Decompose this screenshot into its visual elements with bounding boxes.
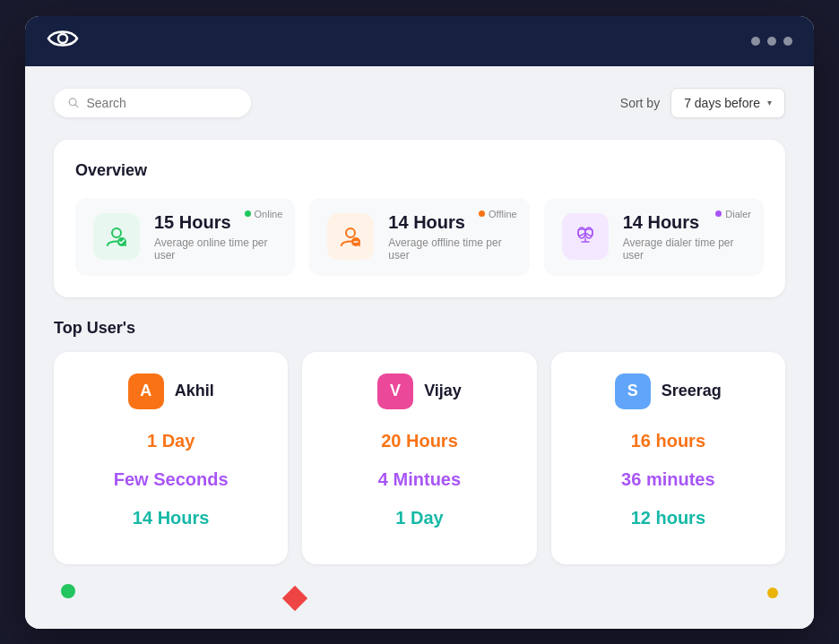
user-header-sreerag: S Sreerag bbox=[566, 374, 771, 409]
stat-desc-online: Average online time per user bbox=[154, 236, 277, 262]
titlebar bbox=[25, 16, 814, 66]
user-name-sreerag: Sreerag bbox=[662, 382, 722, 400]
user-name-vijay: Vijay bbox=[424, 382, 462, 400]
status-dot-dialer bbox=[715, 210, 722, 217]
stat-info-online: 15 Hours Average online time per user bbox=[154, 212, 277, 262]
user-header-vijay: V Vijay bbox=[316, 374, 522, 409]
stat-card-offline: 14 Hours Average offline time per user O… bbox=[309, 198, 529, 276]
user-stat1-sreerag: 16 hours bbox=[566, 431, 771, 451]
dialer-icon-wrap bbox=[562, 213, 609, 260]
decorative-diamond bbox=[282, 585, 307, 610]
overview-title: Overview bbox=[75, 161, 764, 180]
offline-icon-wrap bbox=[327, 213, 374, 260]
sort-value: 7 days before bbox=[684, 96, 760, 110]
svg-point-2 bbox=[112, 228, 121, 237]
svg-point-0 bbox=[58, 34, 67, 43]
decorative-circle-yellow bbox=[767, 588, 778, 598]
dot-1 bbox=[751, 37, 760, 46]
svg-point-4 bbox=[346, 228, 355, 237]
user-stat3-vijay: 1 Day bbox=[316, 508, 522, 528]
overview-card: Overview 15 Hours Average onlin bbox=[54, 140, 785, 297]
search-box[interactable] bbox=[54, 89, 251, 117]
stat-card-dialer: 14 Hours Average dialer time per user Di… bbox=[544, 198, 764, 276]
user-card-vijay: V Vijay 20 Hours 4 Mintues 1 Day bbox=[302, 352, 536, 564]
user-stat1-akhil: 1 Day bbox=[68, 431, 273, 451]
status-badge-online: Online bbox=[245, 209, 283, 219]
stat-info-dialer: 14 Hours Average dialer time per user bbox=[623, 212, 746, 262]
main-content: Sort by 7 days before ▾ Overview bbox=[25, 66, 814, 629]
user-card-akhil: A Akhil 1 Day Few Seconds 14 Hours bbox=[54, 352, 288, 564]
user-header-akhil: A Akhil bbox=[68, 374, 273, 409]
sort-area: Sort by 7 days before ▾ bbox=[620, 88, 785, 118]
top-users-section: Top User's A Akhil 1 Day Few Seconds 14 … bbox=[54, 319, 785, 607]
user-stat2-sreerag: 36 minutes bbox=[566, 469, 771, 490]
user-stat1-vijay: 20 Hours bbox=[316, 431, 522, 451]
user-stat3-sreerag: 12 hours bbox=[566, 508, 771, 528]
app-window: Sort by 7 days before ▾ Overview bbox=[25, 16, 814, 629]
user-card-sreerag: S Sreerag 16 hours 36 minutes 12 hours bbox=[551, 352, 785, 564]
user-stat2-vijay: 4 Mintues bbox=[316, 469, 522, 490]
decorative-area bbox=[54, 571, 785, 607]
stat-desc-offline: Average offline time per user bbox=[388, 236, 511, 262]
user-avatar-vijay: V bbox=[377, 374, 413, 409]
topbar: Sort by 7 days before ▾ bbox=[54, 88, 785, 118]
status-dot-online bbox=[245, 210, 251, 217]
status-badge-dialer: Dialer bbox=[715, 209, 751, 219]
user-stat2-akhil: Few Seconds bbox=[68, 469, 273, 490]
search-icon bbox=[68, 97, 79, 109]
status-text-offline: Offline bbox=[489, 209, 517, 219]
status-dot-offline bbox=[479, 210, 485, 217]
chevron-down-icon: ▾ bbox=[767, 98, 772, 107]
sort-label: Sort by bbox=[620, 96, 660, 110]
titlebar-dots bbox=[751, 37, 792, 46]
user-avatar-akhil: A bbox=[128, 374, 164, 409]
stat-desc-dialer: Average dialer time per user bbox=[623, 236, 746, 262]
app-logo bbox=[47, 27, 79, 56]
stat-card-online: 15 Hours Average online time per user On… bbox=[75, 198, 295, 276]
users-row: A Akhil 1 Day Few Seconds 14 Hours V Vij… bbox=[54, 352, 785, 564]
stats-row: 15 Hours Average online time per user On… bbox=[75, 198, 764, 276]
status-text-online: Online bbox=[255, 209, 283, 219]
dot-3 bbox=[783, 37, 792, 46]
top-users-title: Top User's bbox=[54, 319, 785, 338]
user-stat3-akhil: 14 Hours bbox=[68, 508, 273, 528]
user-avatar-sreerag: S bbox=[615, 374, 651, 409]
search-input[interactable] bbox=[86, 96, 237, 110]
status-text-dialer: Dialer bbox=[725, 209, 751, 219]
user-name-akhil: Akhil bbox=[175, 382, 214, 400]
online-icon-wrap bbox=[93, 213, 140, 260]
status-badge-offline: Offline bbox=[479, 209, 517, 219]
stat-info-offline: 14 Hours Average offline time per user bbox=[388, 212, 511, 262]
decorative-circle bbox=[61, 584, 75, 598]
sort-dropdown[interactable]: 7 days before ▾ bbox=[670, 88, 785, 118]
dot-2 bbox=[767, 37, 776, 46]
